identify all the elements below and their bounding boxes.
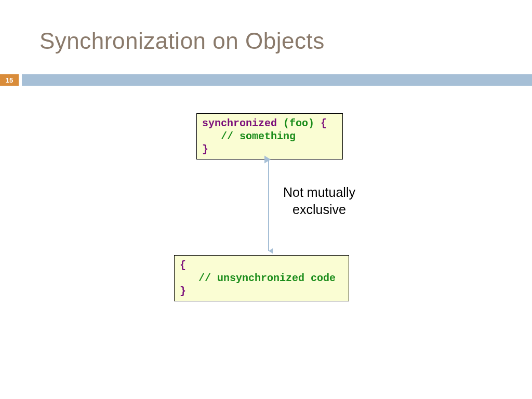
code-block-unsynchronized: { // unsynchronized code } <box>174 255 349 301</box>
code-comment: // something <box>202 130 296 142</box>
code-paren-close: ) <box>308 117 314 129</box>
code-block-synchronized: synchronized (foo) { // something } <box>196 113 343 159</box>
divider-bar <box>22 74 532 86</box>
code-brace-close: } <box>180 285 186 297</box>
code-comment: // unsynchronized code <box>180 272 336 284</box>
header-bar: 15 <box>0 74 532 86</box>
slide-title: Synchronization on Objects <box>39 28 325 54</box>
code-brace-close: } <box>202 143 208 155</box>
slide: Synchronization on Objects 15 synchroniz… <box>0 0 532 399</box>
code-brace-open: { <box>314 117 327 129</box>
annotation-label: Not mutually exclusive <box>283 184 355 218</box>
page-number-badge: 15 <box>0 74 19 86</box>
annotation-line2: exclusive <box>292 202 346 217</box>
code-paren-open: ( <box>277 117 289 129</box>
code-brace-open: { <box>180 259 186 271</box>
double-arrow-icon <box>264 155 273 255</box>
annotation-line1: Not mutually <box>283 185 355 200</box>
code-variable: foo <box>289 117 308 129</box>
code-keyword: synchronized <box>202 117 277 129</box>
